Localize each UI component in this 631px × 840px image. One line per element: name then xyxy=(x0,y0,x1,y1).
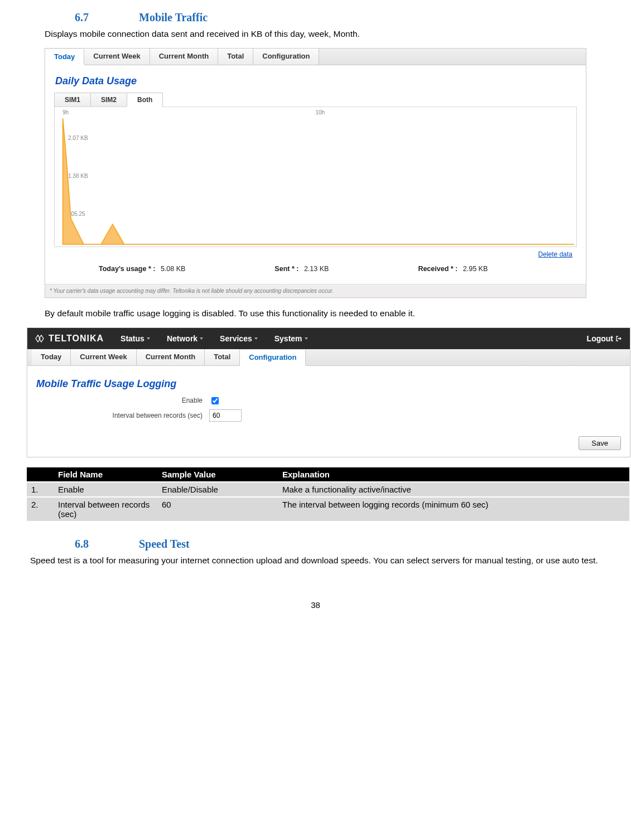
delete-data-link[interactable]: Delete data xyxy=(538,250,572,258)
cfg-tab-current-week[interactable]: Current Week xyxy=(71,349,136,365)
sim2-tab[interactable]: SIM2 xyxy=(90,93,127,107)
interval-label: Interval between records (sec) xyxy=(35,412,209,419)
top-nav: TELTONIKA Status Network Services System… xyxy=(27,328,630,349)
section-6-7-heading: 6.7 Mobile Traffic xyxy=(75,11,618,24)
th-field-name: Field Name xyxy=(54,467,157,482)
enable-checkbox[interactable] xyxy=(211,397,219,404)
interval-row: Interval between records (sec) xyxy=(35,409,622,422)
section-title: Mobile Traffic xyxy=(139,11,208,23)
cfg-tab-total[interactable]: Total xyxy=(205,349,240,365)
table-header-row: Field Name Sample Value Explanation xyxy=(27,467,629,482)
row-sample: Enable/Disable xyxy=(157,482,278,497)
both-tab[interactable]: Both xyxy=(127,93,163,107)
section-number: 6.8 xyxy=(75,538,136,551)
daily-usage-title: Daily Data Usage xyxy=(55,75,577,87)
row-exp: Make a functionality active/inactive xyxy=(278,482,629,497)
delete-data-row: Delete data xyxy=(54,247,577,260)
section-6-7-intro: Displays mobile connection data sent and… xyxy=(29,28,602,40)
table-row: 1. Enable Enable/Disable Make a function… xyxy=(27,482,629,497)
page-number: 38 xyxy=(13,600,618,610)
th-sample-value: Sample Value xyxy=(157,467,278,482)
th-blank xyxy=(27,467,54,482)
tab-current-month[interactable]: Current Month xyxy=(150,49,219,65)
logout-icon xyxy=(615,335,622,342)
field-explanation-table: Field Name Sample Value Explanation 1. E… xyxy=(27,467,629,521)
brand-icon xyxy=(35,334,46,343)
section-6-8-heading: 6.8 Speed Test xyxy=(75,538,618,551)
today-usage-value: 5.08 KB xyxy=(161,265,185,273)
enable-label: Enable xyxy=(35,397,209,404)
row-exp: The interval between logging records (mi… xyxy=(278,497,629,521)
row-num: 2. xyxy=(27,497,54,521)
config-tabs: Today Current Week Current Month Total C… xyxy=(27,349,630,366)
today-usage-label: Today's usage * : xyxy=(99,265,155,273)
usage-summary: Today's usage * : 5.08 KB Sent * : 2.13 … xyxy=(54,260,577,278)
usage-chart: 9h 10h 2.07 KB 1.38 KB 705.25 xyxy=(54,107,577,247)
menu-services[interactable]: Services xyxy=(220,334,258,343)
save-button[interactable]: Save xyxy=(579,436,621,450)
section-number: 6.7 xyxy=(75,11,136,24)
interval-input[interactable] xyxy=(209,409,242,422)
menu-status[interactable]: Status xyxy=(121,334,150,343)
cfg-tab-current-month[interactable]: Current Month xyxy=(137,349,205,365)
row-field: Interval between records (sec) xyxy=(54,497,157,521)
logging-title: Mobile Traffic Usage Logging xyxy=(36,378,622,390)
received-value: 2.95 KB xyxy=(463,265,488,273)
table-row: 2. Interval between records (sec) 60 The… xyxy=(27,497,629,521)
received-label: Received * : xyxy=(418,265,457,273)
tab-configuration[interactable]: Configuration xyxy=(253,49,319,65)
tab-current-week[interactable]: Current Week xyxy=(84,49,150,65)
section-title: Speed Test xyxy=(139,538,190,550)
row-num: 1. xyxy=(27,482,54,497)
logout-label: Logout xyxy=(587,334,613,343)
brand-text: TELTONIKA xyxy=(49,334,104,344)
tab-total[interactable]: Total xyxy=(218,49,253,65)
row-sample: 60 xyxy=(157,497,278,521)
brand-logo: TELTONIKA xyxy=(35,334,104,344)
sent-label: Sent * : xyxy=(274,265,298,273)
logging-config-panel: TELTONIKA Status Network Services System… xyxy=(27,327,630,457)
sim-tabs: SIM1 SIM2 Both xyxy=(54,93,577,107)
th-explanation: Explanation xyxy=(278,467,629,482)
menu-network[interactable]: Network xyxy=(167,334,203,343)
cfg-tab-configuration[interactable]: Configuration xyxy=(240,350,306,366)
tab-today[interactable]: Today xyxy=(45,49,84,65)
cfg-tab-today[interactable]: Today xyxy=(32,349,71,365)
enable-row: Enable xyxy=(35,395,622,406)
section-6-8-body: Speed test is a tool for measuring your … xyxy=(13,555,618,567)
menu-system[interactable]: System xyxy=(274,334,308,343)
sent-value: 2.13 KB xyxy=(304,265,329,273)
logout-link[interactable]: Logout xyxy=(587,334,622,343)
usage-tabs: Today Current Week Current Month Total C… xyxy=(45,49,586,65)
row-field: Enable xyxy=(54,482,157,497)
sim1-tab[interactable]: SIM1 xyxy=(54,93,91,107)
daily-usage-panel: Today Current Week Current Month Total C… xyxy=(45,48,586,298)
disclaimer: * Your carrier's data usage accounting m… xyxy=(45,284,586,297)
chart-svg xyxy=(55,107,576,247)
mid-paragraph: By default mobile traffic usage logging … xyxy=(29,308,602,320)
